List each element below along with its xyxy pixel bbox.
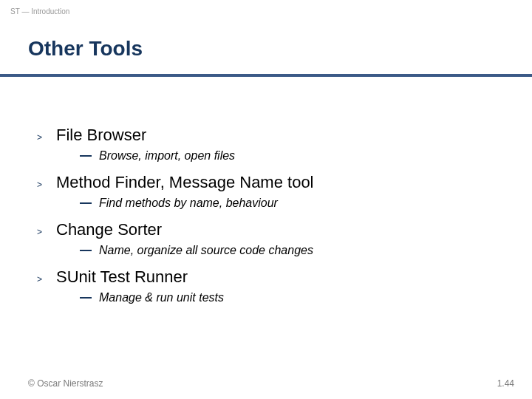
list-item: > Change Sorter Name, organize all sourc… (37, 220, 502, 257)
item-subtext: Name, organize all source code changes (99, 244, 313, 257)
dash-icon (80, 297, 92, 299)
list-item: > File Browser Browse, import, open file… (37, 126, 502, 163)
title-rule (0, 74, 532, 77)
chevron-right-icon: > (37, 175, 56, 190)
dash-icon (80, 250, 92, 251)
dash-icon (80, 202, 92, 204)
dash-icon (80, 155, 92, 157)
slide-title: Other Tools (28, 37, 143, 61)
list-item: > Method Finder, Message Name tool Find … (37, 173, 502, 210)
chevron-right-icon: > (37, 128, 56, 143)
item-title: Method Finder, Message Name tool (56, 173, 314, 192)
item-subtext: Find methods by name, behaviour (99, 197, 278, 210)
footer-copyright: © Oscar Nierstrasz (28, 378, 103, 389)
page-number: 1.44 (497, 378, 514, 389)
item-subtext: Browse, import, open files (99, 149, 235, 163)
content-area: > File Browser Browse, import, open file… (37, 126, 502, 315)
item-title: File Browser (56, 126, 146, 145)
list-item: > SUnit Test Runner Manage & run unit te… (37, 267, 502, 304)
item-title: Change Sorter (56, 220, 162, 239)
breadcrumb: ST — Introduction (10, 7, 69, 16)
chevron-right-icon: > (37, 222, 56, 237)
item-title: SUnit Test Runner (56, 267, 188, 287)
item-subtext: Manage & run unit tests (99, 291, 224, 304)
chevron-right-icon: > (37, 270, 56, 284)
